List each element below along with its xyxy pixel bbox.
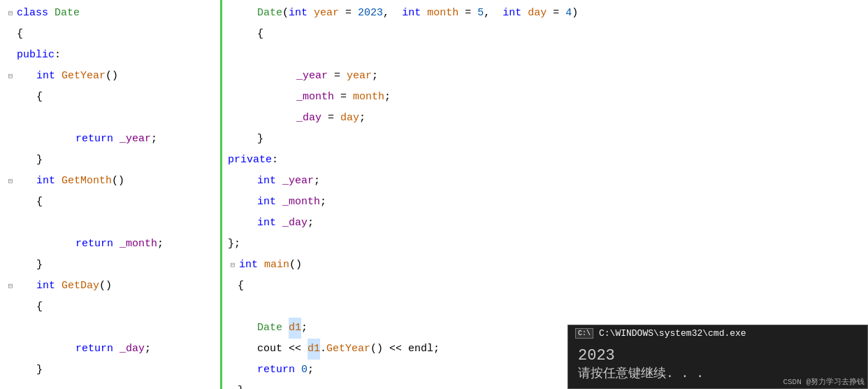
cmd-output-num: 2023 bbox=[578, 347, 858, 365]
sym: : bbox=[55, 45, 61, 66]
param: month bbox=[427, 3, 458, 24]
sym: = bbox=[458, 3, 477, 24]
code-line: _year = year ; bbox=[222, 66, 868, 87]
bracket: { bbox=[36, 192, 43, 213]
number: 4 bbox=[565, 3, 572, 24]
var: _year bbox=[120, 129, 151, 150]
var: _month bbox=[120, 234, 157, 255]
sym: () bbox=[99, 276, 112, 297]
sym: = bbox=[547, 3, 565, 24]
code-line: { bbox=[222, 24, 868, 45]
watermark: CSDN @努力学习去挣钱 bbox=[783, 376, 865, 387]
number: 5 bbox=[477, 3, 484, 24]
sym: () << bbox=[370, 339, 408, 360]
sym: ; bbox=[157, 234, 164, 255]
type-name: Date bbox=[55, 3, 80, 24]
code-line bbox=[222, 45, 868, 66]
fold-icon[interactable]: ⊟ bbox=[6, 66, 15, 87]
var: _year bbox=[282, 171, 314, 192]
var-highlighted: d1 bbox=[308, 339, 320, 360]
param: year bbox=[347, 66, 372, 87]
type-name: Date bbox=[257, 3, 282, 24]
keyword: int bbox=[257, 171, 276, 192]
space bbox=[113, 129, 120, 150]
bracket: } bbox=[238, 381, 244, 389]
fold-icon[interactable]: ⊟ bbox=[228, 255, 238, 276]
bracket: { bbox=[17, 24, 23, 45]
code-line: private : bbox=[222, 150, 868, 171]
var-highlighted: d1 bbox=[289, 318, 301, 339]
sym: . bbox=[320, 339, 326, 360]
code-line: { bbox=[0, 87, 220, 108]
code-line: { bbox=[0, 297, 220, 318]
keyword: return bbox=[75, 129, 113, 150]
code-line: ⊟ int GetMonth () bbox=[0, 171, 220, 192]
var: _day bbox=[282, 213, 308, 234]
code-line: } bbox=[222, 129, 868, 150]
cmd-title: C:\WINDOWS\system32\cmd.exe bbox=[599, 328, 746, 339]
bracket: } bbox=[36, 360, 43, 381]
code-line: ⊟ class Date bbox=[0, 3, 220, 24]
code-line bbox=[222, 297, 868, 318]
code-line: int _day ; bbox=[222, 213, 868, 234]
space bbox=[276, 213, 282, 234]
keyword: public bbox=[17, 45, 55, 66]
code-line: return _year ; bbox=[0, 129, 220, 150]
code-line: { bbox=[222, 276, 868, 297]
continue-label: 请按任意键继续. . . bbox=[578, 367, 704, 381]
cmd-overlay: C:\ C:\WINDOWS\system32\cmd.exe 2023 请按任… bbox=[567, 325, 868, 389]
code-line: _day = day ; bbox=[222, 108, 868, 129]
code-line: { bbox=[0, 192, 220, 213]
bracket: { bbox=[36, 297, 43, 318]
sym: ; bbox=[308, 213, 314, 234]
sym: ; bbox=[384, 87, 391, 108]
cmd-titlebar: C:\ C:\WINDOWS\system32\cmd.exe bbox=[568, 325, 867, 341]
keyword: int bbox=[502, 3, 521, 24]
sym: ; bbox=[433, 339, 440, 360]
sym: ; bbox=[301, 318, 308, 339]
space bbox=[521, 3, 528, 24]
var: _month bbox=[296, 87, 334, 108]
func-name: GetDay bbox=[62, 276, 99, 297]
cmd-icon: C:\ bbox=[575, 328, 593, 339]
var: _day bbox=[296, 108, 321, 129]
code-line bbox=[0, 108, 220, 129]
space bbox=[276, 192, 282, 213]
space bbox=[276, 171, 282, 192]
func-name: GetYear bbox=[326, 339, 370, 360]
code-line: } bbox=[0, 360, 220, 381]
sym: ; bbox=[145, 339, 151, 360]
fold-icon[interactable]: ⊟ bbox=[6, 276, 15, 297]
keyword: return bbox=[257, 360, 295, 381]
keyword: return bbox=[75, 234, 113, 255]
sym: () bbox=[112, 171, 124, 192]
space bbox=[55, 276, 62, 297]
fold-icon[interactable]: ⊟ bbox=[6, 3, 15, 24]
keyword: int bbox=[257, 213, 276, 234]
param: month bbox=[353, 87, 384, 108]
code-line: return _month ; bbox=[0, 234, 220, 255]
sym: = bbox=[321, 108, 340, 129]
sym bbox=[295, 360, 301, 381]
keyword: int bbox=[36, 171, 55, 192]
keyword: int bbox=[257, 192, 276, 213]
cmd-body: 2023 请按任意键继续. . . CSDN @努力学习去挣钱 bbox=[568, 341, 867, 388]
left-panel: ⊟ class Date { public : ⊟ int GetYear () bbox=[0, 0, 222, 389]
code-line: return _day ; bbox=[0, 339, 220, 360]
space bbox=[258, 255, 264, 276]
bracket: }; bbox=[228, 234, 240, 255]
sym: () bbox=[289, 255, 302, 276]
keyword: int bbox=[36, 276, 55, 297]
identifier: cout bbox=[257, 339, 282, 360]
fold-icon[interactable]: ⊟ bbox=[6, 171, 15, 192]
sym: () bbox=[106, 66, 118, 87]
identifier: endl bbox=[408, 339, 433, 360]
sym: ; bbox=[359, 108, 366, 129]
code-line: Date ( int year = 2023 , int month = 5 ,… bbox=[222, 3, 868, 24]
var: _year bbox=[296, 66, 328, 87]
sym: = bbox=[328, 66, 347, 87]
bracket: } bbox=[36, 255, 43, 276]
space bbox=[113, 339, 120, 360]
space bbox=[48, 3, 55, 24]
editor-container: ⊟ class Date { public : ⊟ int GetYear () bbox=[0, 0, 868, 389]
